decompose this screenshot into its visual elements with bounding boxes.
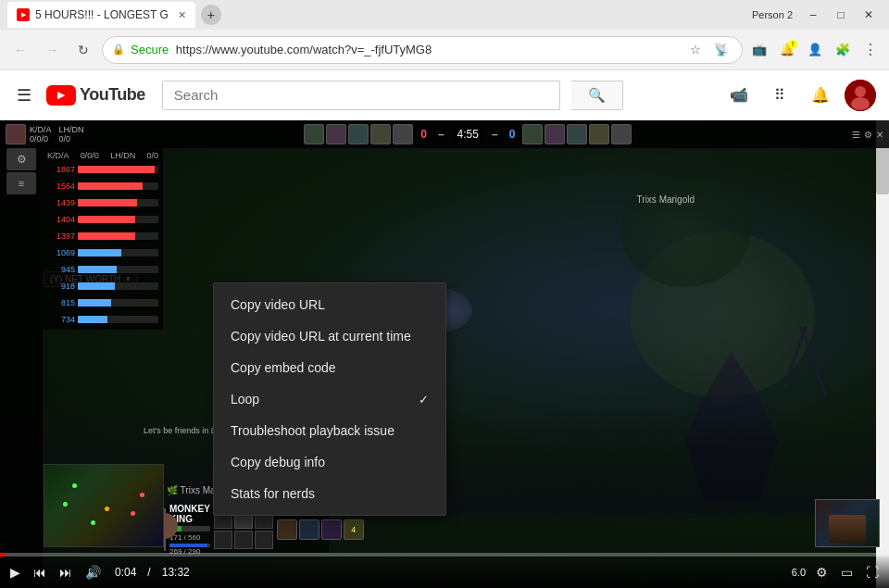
time-total: 13:32 xyxy=(162,566,190,579)
context-item-copy-embed-code[interactable]: Copy embed code xyxy=(214,352,445,383)
hud-timer: 4:55 xyxy=(452,127,484,142)
ability-3[interactable] xyxy=(321,519,342,540)
score-row-8: 815 xyxy=(44,294,161,311)
hud-settings-btn[interactable]: ⚙ xyxy=(864,130,872,140)
video-controls: ▶ ⏮ ⏭ 🔊 0:04 / 13:32 6.0 ⚙ ▭ ⛶ xyxy=(0,553,889,588)
score-row-5: 1069 xyxy=(44,244,161,261)
apps-button[interactable]: ⠿ xyxy=(763,79,796,112)
back-button[interactable]: ← xyxy=(7,37,33,63)
score-value-3: 1404 xyxy=(47,215,75,224)
context-item-copy-video-url[interactable]: Copy video URL xyxy=(214,289,445,320)
sidebar-tab-3[interactable]: ≡ xyxy=(6,172,36,194)
volume-button[interactable]: 🔊 xyxy=(82,565,104,580)
hero-portrait-1 xyxy=(6,124,26,144)
score-header-lhdn-val: 0/0 xyxy=(146,151,158,160)
context-item-stats-nerds[interactable]: Stats for nerds xyxy=(214,478,445,509)
minimap-dot-neutral xyxy=(105,507,109,511)
ability-1[interactable] xyxy=(277,519,297,540)
fullscreen-button[interactable]: ⛶ xyxy=(863,565,882,580)
hamburger-menu-button[interactable]: ☰ xyxy=(13,81,35,109)
dota-hud-top: K/D/A0/0/0 LH/DN0/0 0 – 4:55 – 0 xyxy=(0,120,889,148)
score-bar-0 xyxy=(78,166,155,173)
titlebar-right: Person 2 – □ ✕ xyxy=(752,5,882,25)
cast-browser-icon[interactable]: 📺 xyxy=(748,39,770,61)
next-button[interactable]: ⏭ xyxy=(56,565,75,580)
context-item-loop[interactable]: Loop✓ xyxy=(214,383,445,415)
context-item-label-loop: Loop xyxy=(231,392,259,407)
controls-right: 6.0 ⚙ ▭ ⛶ xyxy=(792,565,882,580)
context-menu: Copy video URLCopy video URL at current … xyxy=(213,282,446,516)
score-bar-container-2 xyxy=(78,199,158,206)
item-slot-5[interactable] xyxy=(234,531,253,549)
prev-button[interactable]: ⏮ xyxy=(31,565,49,580)
hud-score: 0 – xyxy=(420,128,444,141)
context-item-label-copy-video-url-time: Copy video URL at current time xyxy=(231,329,411,344)
youtube-logo-text: YouTube xyxy=(80,85,145,105)
upload-button[interactable]: 📹 xyxy=(722,79,756,112)
hero-d5 xyxy=(611,124,632,144)
score-row-7: 918 xyxy=(44,278,161,294)
hud-menu-btn[interactable]: ☰ xyxy=(852,130,860,140)
browser-tab[interactable]: 5 HOURS!!! - LONGEST G ✕ xyxy=(7,2,195,28)
sidebar-tab-2[interactable]: ⚙ xyxy=(6,148,36,170)
profile-icon[interactable]: 👤 xyxy=(804,39,826,61)
progress-bar[interactable] xyxy=(0,553,889,557)
score-bar-container-0 xyxy=(78,166,158,173)
video-thumbnail xyxy=(815,499,880,547)
radiant-heroes xyxy=(304,124,413,144)
context-item-copy-video-url-time[interactable]: Copy video URL at current time xyxy=(214,320,445,352)
context-item-label-copy-embed-code: Copy embed code xyxy=(231,360,336,375)
settings-button[interactable]: ⚙ xyxy=(813,565,831,580)
context-item-troubleshoot[interactable]: Troubleshoot playback issue xyxy=(214,415,445,446)
url-text: Secure https://www.youtube.com/watch?v=_… xyxy=(131,43,679,56)
youtube-logo-icon xyxy=(46,85,76,106)
score-header-kda-val: 0/0/0 xyxy=(81,151,99,160)
ability-4[interactable]: 4 xyxy=(344,519,364,540)
youtube-logo[interactable]: YouTube xyxy=(46,85,145,106)
score-bar-6 xyxy=(78,266,117,273)
url-bar[interactable]: 🔒 Secure https://www.youtube.com/watch?v… xyxy=(102,36,743,64)
address-bar: ← → ↻ 🔒 Secure https://www.youtube.com/w… xyxy=(0,30,889,70)
health-value: 171 / 560 xyxy=(169,533,210,542)
minimap xyxy=(44,464,164,547)
ability-2[interactable] xyxy=(299,519,319,540)
theater-button[interactable]: ▭ xyxy=(838,565,856,580)
hero-r5 xyxy=(393,124,413,144)
score-row-0: 1867 xyxy=(44,161,161,178)
context-item-copy-debug[interactable]: Copy debug info xyxy=(214,446,445,478)
notifications-bell-button[interactable]: 🔔 xyxy=(804,79,837,112)
play-button[interactable]: ▶ xyxy=(7,565,23,580)
controls-row: ▶ ⏮ ⏭ 🔊 0:04 / 13:32 6.0 ⚙ ▭ ⛶ xyxy=(0,560,889,584)
minimap-dot-r3 xyxy=(91,520,95,525)
maximize-button[interactable]: □ xyxy=(828,5,854,25)
forward-button[interactable]: → xyxy=(39,37,65,63)
search-input[interactable] xyxy=(163,81,559,109)
cast-icon[interactable]: 📡 xyxy=(710,39,732,61)
tab-close-button[interactable]: ✕ xyxy=(178,9,186,21)
tab-title: 5 HOURS!!! - LONGEST G xyxy=(35,8,169,21)
video-area[interactable]: ↑ ⚙ ≡ K/D/A0/0/0 LH/DN0/0 0 xyxy=(0,120,889,588)
score-row-3: 1404 xyxy=(44,211,161,228)
bookmark-icon[interactable]: ☆ xyxy=(684,39,707,61)
score-bar-1 xyxy=(78,182,143,190)
new-tab-button[interactable]: + xyxy=(201,5,221,25)
person-label: Person 2 xyxy=(752,9,793,20)
item-slot-6[interactable] xyxy=(255,531,273,549)
browser-menu-button[interactable]: ⋮ xyxy=(859,39,882,61)
refresh-button[interactable]: ↻ xyxy=(70,37,96,63)
context-item-label-copy-video-url: Copy video URL xyxy=(231,297,325,312)
extension-icon[interactable]: 🧩 xyxy=(832,39,854,61)
thumbnail-image xyxy=(816,500,879,546)
minimap-dot-d2 xyxy=(131,511,135,516)
minimize-button[interactable]: – xyxy=(800,5,826,25)
hud-center: 0 – 4:55 – 0 xyxy=(304,124,632,144)
search-button[interactable]: 🔍 xyxy=(571,81,623,110)
score-bar-container-7 xyxy=(78,282,158,290)
hud-stats: K/D/A0/0/0 xyxy=(30,125,52,144)
score-dire: 0 xyxy=(509,128,516,141)
user-avatar[interactable] xyxy=(845,80,876,111)
hud-close-btn[interactable]: ✕ xyxy=(876,130,883,140)
close-button[interactable]: ✕ xyxy=(856,5,882,25)
item-slot-4[interactable] xyxy=(214,531,232,549)
notifications-icon[interactable]: 🔔 ! xyxy=(776,39,798,61)
